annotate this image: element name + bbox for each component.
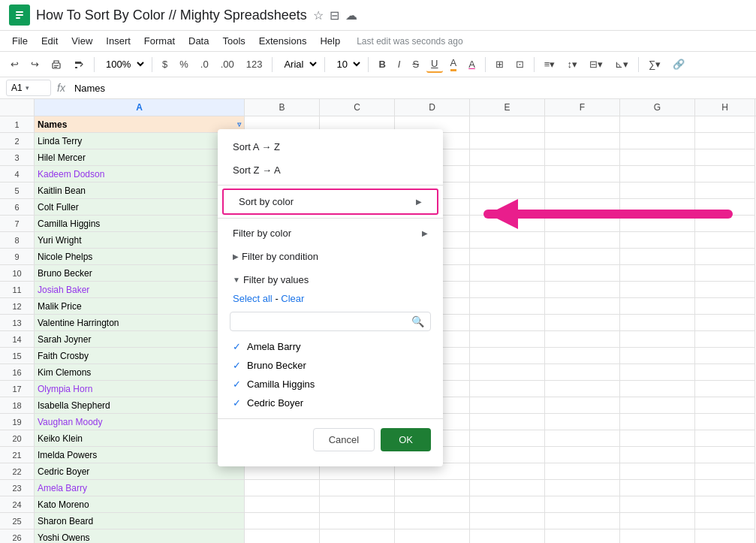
link-button[interactable]: 🔗	[668, 56, 689, 72]
cell-D23[interactable]	[395, 480, 470, 496]
cell-a11[interactable]: Josiah Baker	[35, 282, 245, 298]
cell-E19[interactable]	[470, 414, 545, 430]
cell-a3[interactable]: Hilel Mercer	[35, 149, 245, 166]
cell-D25[interactable]	[395, 513, 470, 529]
cell-F18[interactable]	[545, 397, 620, 414]
cell-H5[interactable]	[695, 183, 755, 199]
clear-link[interactable]: Clear	[281, 293, 304, 304]
cell-H9[interactable]	[695, 249, 755, 265]
cell-F23[interactable]	[545, 480, 620, 496]
col-header-f[interactable]: F	[545, 99, 620, 116]
cell-C23[interactable]	[320, 480, 395, 496]
cell-G4[interactable]	[620, 166, 695, 183]
list-item[interactable]: ✓Camilla Higgins	[218, 375, 443, 394]
formula-button[interactable]: ∑▾	[644, 56, 665, 72]
cell-a18[interactable]: Isabella Shepherd	[35, 397, 245, 414]
cell-H17[interactable]	[695, 381, 755, 397]
cell-F10[interactable]	[545, 265, 620, 282]
cell-G11[interactable]	[620, 282, 695, 298]
star-icon[interactable]: ☆	[313, 8, 324, 23]
filter-icon[interactable]: ▿	[237, 120, 241, 128]
cell-B26[interactable]	[245, 529, 320, 543]
cell-G17[interactable]	[620, 381, 695, 397]
cell-G24[interactable]	[620, 496, 695, 513]
cell-a8[interactable]: Yuri Wright	[35, 232, 245, 249]
cell-H21[interactable]	[695, 447, 755, 463]
cell-G23[interactable]	[620, 480, 695, 496]
cell-a26[interactable]: Yoshi Owens	[35, 529, 245, 543]
cell-H3[interactable]	[695, 149, 755, 166]
cell-G25[interactable]	[620, 513, 695, 529]
undo-button[interactable]: ↩	[6, 56, 23, 72]
cell-H8[interactable]	[695, 232, 755, 249]
cell-a20[interactable]: Keiko Klein	[35, 430, 245, 447]
cell-F22[interactable]	[545, 463, 620, 480]
cell-H20[interactable]	[695, 430, 755, 447]
cell-G2[interactable]	[620, 133, 695, 149]
list-item[interactable]: ✓Bruno Becker	[218, 356, 443, 375]
cell-a10[interactable]: Bruno Becker	[35, 265, 245, 282]
cell-F21[interactable]	[545, 447, 620, 463]
cell-a17[interactable]: Olympia Horn	[35, 381, 245, 397]
cell-E7[interactable]	[470, 216, 545, 232]
cell-E6[interactable]	[470, 199, 545, 216]
decimal1-button[interactable]: .0	[196, 56, 213, 72]
cell-G9[interactable]	[620, 249, 695, 265]
menu-file[interactable]: File	[6, 32, 34, 50]
cell-E9[interactable]	[470, 249, 545, 265]
align-h-button[interactable]: ≡▾	[540, 56, 560, 72]
cell-E26[interactable]	[470, 529, 545, 543]
cell-F9[interactable]	[545, 249, 620, 265]
cell-a1[interactable]: Names▿	[35, 116, 245, 133]
cell-G3[interactable]	[620, 149, 695, 166]
cell-F26[interactable]	[545, 529, 620, 543]
cell-a5[interactable]: Kaitlin Bean	[35, 183, 245, 199]
cell-H14[interactable]	[695, 331, 755, 348]
cell-G12[interactable]	[620, 298, 695, 315]
cell-F16[interactable]	[545, 364, 620, 381]
cell-F14[interactable]	[545, 331, 620, 348]
cell-E16[interactable]	[470, 364, 545, 381]
cell-E10[interactable]	[470, 265, 545, 282]
cell-H12[interactable]	[695, 298, 755, 315]
col-header-b[interactable]: B	[245, 99, 320, 116]
cell-B23[interactable]	[245, 480, 320, 496]
cell-G19[interactable]	[620, 414, 695, 430]
cell-E17[interactable]	[470, 381, 545, 397]
cell-G20[interactable]	[620, 430, 695, 447]
cell-a16[interactable]: Kim Clemons	[35, 364, 245, 381]
cloud-icon[interactable]: ☁	[345, 8, 357, 23]
cell-H26[interactable]	[695, 529, 755, 543]
cell-F24[interactable]	[545, 496, 620, 513]
cell-F11[interactable]	[545, 282, 620, 298]
cell-F13[interactable]	[545, 315, 620, 331]
cell-E20[interactable]	[470, 430, 545, 447]
sort-a-z-item[interactable]: Sort A → Z	[218, 135, 443, 158]
cell-G18[interactable]	[620, 397, 695, 414]
cell-F25[interactable]	[545, 513, 620, 529]
cell-E14[interactable]	[470, 331, 545, 348]
cell-G22[interactable]	[620, 463, 695, 480]
filter-by-color-item[interactable]: Filter by color ▶	[218, 222, 443, 245]
cell-F5[interactable]	[545, 183, 620, 199]
menu-extensions[interactable]: Extensions	[253, 32, 313, 50]
cell-F17[interactable]	[545, 381, 620, 397]
cell-C24[interactable]	[320, 496, 395, 513]
font-size-select[interactable]: 101214	[330, 56, 363, 72]
cell-a12[interactable]: Malik Price	[35, 298, 245, 315]
cell-a23[interactable]: Amela Barry	[35, 480, 245, 496]
menu-format[interactable]: Format	[138, 32, 181, 50]
cell-B24[interactable]	[245, 496, 320, 513]
cell-E15[interactable]	[470, 348, 545, 364]
cell-a22[interactable]: Cedric Boyer	[35, 463, 245, 480]
cell-E22[interactable]	[470, 463, 545, 480]
strikethrough-button[interactable]: S	[408, 56, 423, 72]
menu-edit[interactable]: Edit	[35, 32, 64, 50]
cell-H7[interactable]	[695, 216, 755, 232]
print-button[interactable]	[47, 57, 66, 72]
sort-by-color-item[interactable]: Sort by color ▶	[222, 189, 438, 215]
cell-G7[interactable]	[620, 216, 695, 232]
cell-H18[interactable]	[695, 397, 755, 414]
cell-E3[interactable]	[470, 149, 545, 166]
cell-H11[interactable]	[695, 282, 755, 298]
